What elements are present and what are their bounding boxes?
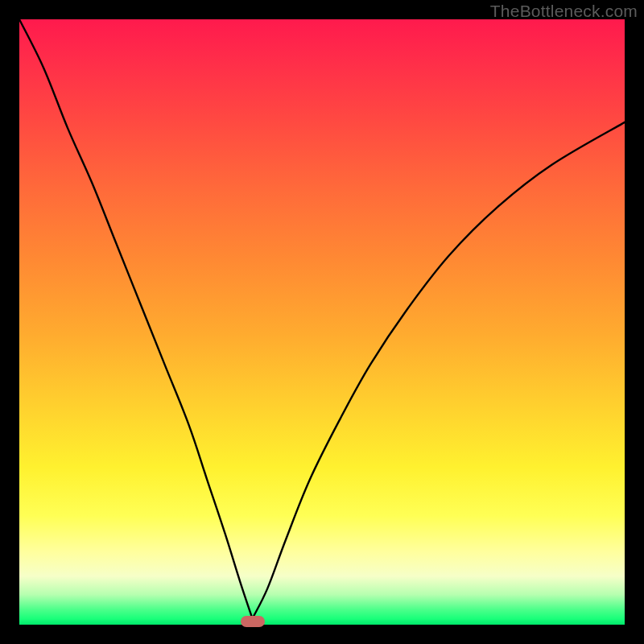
watermark-text: TheBottleneck.com — [490, 2, 638, 21]
bottleneck-curve — [19, 19, 625, 625]
chart-frame — [19, 19, 625, 625]
optimal-point-marker — [241, 616, 265, 627]
curve-right-branch — [253, 122, 625, 619]
curve-left-branch — [19, 19, 253, 618]
